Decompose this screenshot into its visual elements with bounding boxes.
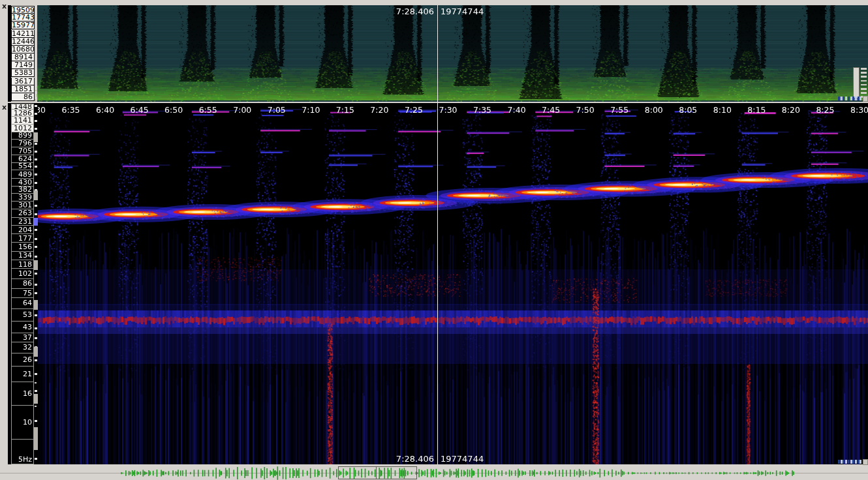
freq-label: 3617: [11, 78, 35, 85]
time-tick-label: 6:55: [199, 105, 217, 115]
freq-tick: [35, 182, 37, 184]
scale-thumb-segment[interactable]: [34, 394, 38, 404]
freq-label: 301: [11, 202, 34, 209]
freq-label: 339: [11, 194, 34, 202]
freq-tick: [35, 314, 37, 316]
time-tick-label: 8:20: [782, 105, 800, 115]
time-tick-label: 7:00: [233, 105, 251, 115]
close-main-panel-button[interactable]: x: [1, 104, 8, 112]
top-frequency-scale[interactable]: 1950917743159771421112446106808914714953…: [8, 5, 38, 102]
time-tick-label: 7:45: [542, 105, 560, 115]
histogram-tile: [848, 97, 850, 100]
time-tick-label: 8:15: [747, 105, 766, 115]
slider-tick: [861, 92, 867, 94]
time-tick-label: 8:30: [850, 105, 868, 115]
slider-tick: [861, 76, 867, 78]
freq-tick: [35, 238, 37, 240]
histogram-tile: [860, 460, 861, 464]
waveform-view-selection[interactable]: [338, 466, 417, 479]
histogram-tile: [841, 460, 843, 464]
freq-label: 624: [11, 155, 34, 163]
close-top-panel-button[interactable]: x: [1, 3, 8, 11]
freq-tick: [35, 229, 37, 231]
time-tick-label: 7:50: [576, 105, 595, 115]
histogram-handle[interactable]: [863, 96, 868, 102]
freq-label: 1851: [11, 85, 35, 93]
time-tick-label: 6:40: [96, 105, 114, 115]
freq-tick: [35, 120, 37, 122]
scale-thumb-segment[interactable]: [34, 260, 38, 270]
freq-label: 53: [11, 309, 34, 322]
freq-label: 1141: [11, 117, 34, 125]
scale-thumb-segment[interactable]: [34, 347, 38, 357]
slider-tick: [861, 68, 867, 70]
histogram-tile: [848, 460, 850, 464]
freq-tick: [35, 359, 37, 361]
slider-tick: [861, 72, 867, 74]
time-tick-label: 7:35: [473, 105, 491, 115]
freq-tick: [35, 292, 37, 294]
time-tick-label: 6:50: [164, 105, 183, 115]
histogram-handle[interactable]: [863, 459, 868, 465]
freq-tick: [35, 390, 37, 392]
freq-tick: [35, 213, 37, 215]
waveform-selection-divider[interactable]: [376, 467, 377, 479]
freq-label: 10680: [11, 46, 35, 53]
freq-label: 43: [11, 322, 34, 333]
freq-tick: [35, 113, 37, 115]
scale-thumb-segment[interactable]: [34, 300, 38, 310]
freq-label: 8914: [11, 53, 35, 61]
slider-tick: [861, 88, 867, 90]
time-tick-label: 8:00: [645, 105, 663, 115]
freq-tick: [35, 105, 37, 107]
freq-label: 382: [11, 187, 34, 194]
histogram-tile: [838, 97, 840, 100]
freq-label: 32: [11, 342, 34, 353]
freq-tick: [35, 420, 37, 422]
top-panel-gain-slider[interactable]: [853, 67, 860, 98]
freq-tick: [35, 373, 37, 375]
freq-label: 17743: [11, 14, 35, 22]
histogram-tile: [838, 460, 840, 464]
main-frequency-scale[interactable]: 1448128611411012899796705624554489430382…: [8, 103, 38, 464]
time-tick-label: 6:45: [131, 105, 149, 115]
freq-tick: [35, 166, 37, 168]
top-cursor-sample-readout: 19774744: [441, 7, 484, 16]
histogram-tile: [845, 460, 847, 464]
freq-label: 21: [11, 367, 34, 382]
time-tick-label: 7:55: [610, 105, 628, 115]
playback-cursor[interactable]: [437, 5, 438, 464]
freq-tick: [35, 327, 37, 329]
histogram-tile: [850, 97, 852, 100]
freq-label: 19509: [11, 6, 35, 14]
scale-thumb-segment[interactable]: [34, 427, 38, 450]
time-tick-label: 6:35: [61, 105, 80, 115]
frequency-marker[interactable]: [34, 218, 38, 226]
histogram-tile: [860, 97, 861, 100]
freq-label: 118: [11, 260, 34, 269]
freq-tick: [35, 173, 37, 175]
freq-label: 554: [11, 163, 34, 171]
top-spectrogram-display[interactable]: [0, 5, 868, 102]
freq-tick: [35, 158, 37, 160]
freq-tick: [35, 128, 37, 130]
waveform-overview-display[interactable]: [0, 465, 868, 480]
scale-thumb-segment[interactable]: [34, 190, 38, 200]
freq-label: 7149: [11, 61, 35, 69]
time-tick-label: 7:25: [405, 105, 423, 115]
time-tick-label: 7:05: [268, 105, 286, 115]
freq-label: 26: [11, 353, 34, 367]
time-tick-label: 8:05: [679, 105, 697, 115]
freq-tick: [35, 458, 37, 460]
freq-label: 1448: [11, 104, 34, 110]
freq-label: 16: [11, 382, 34, 406]
scale-thumb-segment[interactable]: [34, 132, 38, 142]
histogram-tile: [841, 97, 843, 100]
histogram-tile: [855, 97, 857, 100]
time-tick-label: 7:20: [370, 105, 388, 115]
freq-label: 899: [11, 132, 34, 140]
freq-label: 75: [11, 289, 34, 298]
spectrogram-analyzer-window: x 19509177431597714211124461068089147149…: [0, 0, 868, 480]
main-spectrogram-display[interactable]: [0, 103, 868, 464]
freq-label: 86: [11, 279, 34, 289]
